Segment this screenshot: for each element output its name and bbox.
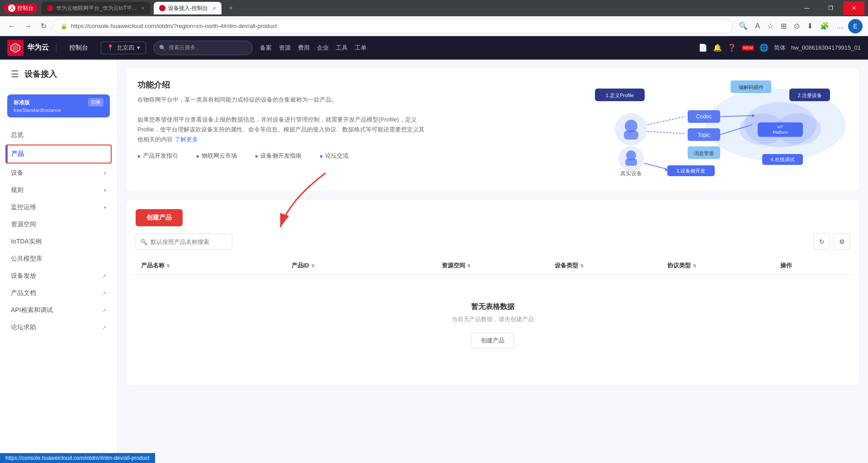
sidebar-item-api[interactable]: API检索和调试 ↗: [0, 302, 117, 319]
sidebar-item-label-device-provision: 设备发放: [11, 272, 36, 280]
nav-link-enterprise[interactable]: 企业: [317, 44, 329, 52]
forward-button[interactable]: →: [22, 20, 34, 32]
settings-button[interactable]: ⚙: [834, 234, 850, 250]
feature-link-device-guide[interactable]: 设备侧开发指南: [255, 152, 302, 160]
user-avatar-icon: 人: [8, 5, 15, 12]
th-device-type-label: 设备类型: [555, 262, 578, 270]
nav-link-resources[interactable]: 资源: [279, 44, 291, 52]
search-toolbar-button[interactable]: 🔍: [736, 20, 750, 32]
feature-text-col: 功能介绍 在物联网平台中，某一类具有相同能力或特征的设备的合集被称为一款产品。 …: [137, 80, 586, 180]
empty-state-desc: 当前无产品数据，请先创建产品: [136, 315, 850, 323]
status-url: https://console.huaweicloud.com/iotdm/#/…: [5, 455, 150, 461]
extensions-icon[interactable]: 🧩: [817, 20, 832, 32]
nav-link-tools[interactable]: 工具: [336, 44, 348, 52]
address-bar[interactable]: 🔒 https://console.huaweicloud.com/iotdm/…: [53, 19, 732, 33]
table-card: 创建产品 🔍 ↻ ⚙ 产品名称 ⇅: [127, 200, 859, 385]
th-operations: 操作: [775, 262, 850, 270]
sidebar-item-label-product: 产品: [11, 150, 24, 158]
browser-tab-1[interactable]: 华为云物联网平台_华为云IoT平... ✕: [42, 2, 150, 14]
sidebar-item-device[interactable]: 设备 ▾: [0, 164, 117, 182]
refresh-button[interactable]: ↻: [814, 234, 830, 250]
instance-switch-button[interactable]: 切换: [88, 98, 104, 107]
login-button[interactable]: 人 控制台: [4, 4, 38, 13]
nav-link-beian[interactable]: 备案: [260, 44, 272, 52]
feature-link-product-guide[interactable]: 产品开发指引: [137, 152, 178, 160]
split-view-icon[interactable]: ⊞: [778, 20, 789, 32]
username-label[interactable]: hw_008618304179915_01: [791, 44, 861, 51]
maximize-button[interactable]: ❐: [820, 1, 841, 15]
new-badge: NEW: [742, 45, 754, 51]
sidebar-item-iotda[interactable]: IoTDA实例: [0, 233, 117, 250]
hamburger-icon[interactable]: ☰: [9, 67, 21, 81]
sidebar-item-rules[interactable]: 规则 ▾: [0, 182, 117, 199]
sort-icon-protocol[interactable]: ⇅: [693, 263, 696, 268]
back-button[interactable]: ←: [5, 20, 18, 32]
sort-icon-device-type[interactable]: ⇅: [580, 263, 584, 268]
search-icon: 🔍: [140, 239, 147, 245]
sidebar-instance: 标准版 切换 freeStandardInstance: [7, 94, 110, 117]
svg-marker-1: [12, 45, 19, 51]
feature-link-label-product-guide: 产品开发指引: [143, 152, 178, 160]
browser-user-letter: E: [853, 23, 857, 30]
sort-icon-name[interactable]: ⇅: [166, 263, 170, 268]
empty-create-button[interactable]: 创建产品: [472, 332, 514, 349]
header-search-placeholder: 搜索云服务、: [169, 44, 201, 51]
sidebar-item-label-product-docs: 产品文档: [11, 289, 36, 297]
architecture-diagram: IoT Platform 1.定义Profile 2.注册设备: [586, 80, 848, 179]
nav-link-cost[interactable]: 费用: [298, 44, 310, 52]
bookmark-icon[interactable]: ☆: [764, 20, 776, 32]
sidebar-arrow-monitor: ▾: [104, 205, 106, 210]
feature-link-iot-market[interactable]: 物联网云市场: [196, 152, 237, 160]
svg-text:Topic: Topic: [698, 132, 710, 138]
tab2-close[interactable]: ✕: [212, 6, 216, 11]
svg-text:2.注册设备: 2.注册设备: [797, 93, 821, 98]
create-product-button[interactable]: 创建产品: [136, 209, 183, 226]
sidebar-item-product[interactable]: 产品: [6, 145, 111, 163]
download-icon[interactable]: ⬇: [804, 20, 816, 32]
sidebar-item-monitor[interactable]: 监控运维 ▾: [0, 199, 117, 216]
sort-icon-id[interactable]: ⇅: [311, 263, 315, 268]
sidebar-item-model-library[interactable]: 公共模型库: [0, 250, 117, 267]
new-tab-button[interactable]: +: [225, 2, 236, 14]
sidebar-item-resource-space[interactable]: 资源空间: [0, 216, 117, 233]
th-operations-label: 操作: [780, 262, 792, 270]
sidebar-item-forum[interactable]: 论坛求助 ↗: [0, 319, 117, 336]
product-search-input[interactable]: [136, 234, 232, 250]
sidebar-title: 设备接入: [24, 69, 57, 80]
th-device-type: 设备类型 ⇅: [549, 262, 662, 270]
reload-button[interactable]: ↻: [38, 20, 49, 32]
more-menu-icon[interactable]: …: [834, 20, 846, 32]
search-input-wrapper: 🔍: [136, 234, 810, 250]
external-link-icon-provision: ↗: [102, 273, 106, 279]
sidebar-item-label-api: API检索和调试: [11, 306, 53, 314]
svg-text:IoT: IoT: [777, 125, 783, 129]
sidebar-item-product-docs[interactable]: 产品文档 ↗: [0, 285, 117, 302]
message-icon[interactable]: 📄: [698, 43, 708, 52]
minimize-button[interactable]: —: [797, 1, 817, 15]
browser-user-icon[interactable]: E: [848, 19, 863, 33]
sidebar-item-overview[interactable]: 总览: [0, 126, 117, 144]
svg-text:编解码插件: 编解码插件: [739, 84, 764, 90]
bell-icon[interactable]: 🔔: [713, 43, 722, 52]
feature-link-forum[interactable]: 论坛交流: [320, 152, 349, 160]
help-icon[interactable]: ❓: [727, 43, 736, 52]
app-header: 华为云 控制台 📍 北京四 ▾ 🔍 搜索云服务、 备案 资源 费用 企业 工具 …: [0, 36, 868, 60]
sidebar-item-device-provision[interactable]: 设备发放 ↗: [0, 267, 117, 285]
learn-more-link[interactable]: 了解更多: [175, 136, 198, 143]
console-nav-button[interactable]: 控制台: [64, 42, 94, 54]
share-icon[interactable]: ⊙: [791, 20, 802, 32]
svg-text:1.定义Profile: 1.定义Profile: [606, 93, 634, 98]
close-button[interactable]: ✕: [844, 1, 864, 15]
feature-link-label-device-guide: 设备侧开发指南: [260, 152, 302, 160]
tab1-close[interactable]: ✕: [141, 6, 145, 11]
translate-icon[interactable]: A: [752, 20, 763, 32]
huawei-cloud-label: 华为云: [27, 43, 49, 52]
sort-icon-space[interactable]: ⇅: [467, 263, 471, 268]
browser-tab-2[interactable]: 设备接入-控制台 ✕: [154, 2, 222, 14]
globe-icon[interactable]: 🌐: [760, 43, 769, 52]
lang-label[interactable]: 简体: [774, 44, 786, 52]
header-search-bar[interactable]: 🔍 搜索云服务、: [153, 41, 253, 55]
th-product-name-label: 产品名称: [141, 262, 165, 270]
nav-link-workorder[interactable]: 工单: [355, 44, 367, 52]
location-selector[interactable]: 📍 北京四 ▾: [101, 42, 146, 54]
